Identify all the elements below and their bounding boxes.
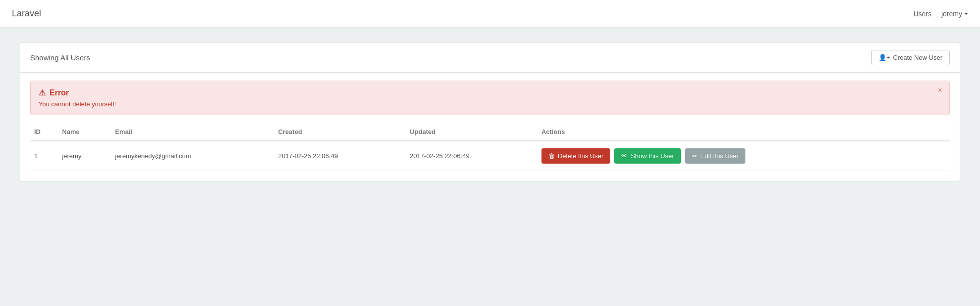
cell-email: jeremykenedy@gmail.com: [111, 141, 274, 171]
cell-created: 2017-02-25 22:06:49: [274, 141, 406, 171]
delete-label: Delete this User: [558, 152, 603, 160]
eye-icon: 👁: [621, 152, 628, 160]
show-label: Show this User: [631, 152, 674, 160]
navbar: Laravel Users jeremy: [0, 0, 980, 28]
table-row: 1 jeremy jeremykenedy@gmail.com 2017-02-…: [30, 141, 950, 171]
alert-message: You cannot delete yourself!: [39, 100, 941, 108]
table-body: 1 jeremy jeremykenedy@gmail.com 2017-02-…: [30, 141, 950, 171]
chevron-down-icon: [964, 13, 968, 15]
col-created: Created: [274, 123, 406, 141]
cell-updated: 2017-02-25 22:06:49: [406, 141, 538, 171]
trash-icon: 🗑: [548, 152, 555, 160]
navbar-brand[interactable]: Laravel: [12, 8, 41, 19]
alert-title: ⚠ Error: [39, 88, 941, 97]
col-updated: Updated: [406, 123, 538, 141]
edit-label: Edit this User: [700, 152, 738, 160]
user-plus-icon: 👤+: [879, 54, 890, 61]
users-table: ID Name Email Created Updated Actions 1 …: [30, 123, 950, 171]
col-name: Name: [58, 123, 111, 141]
nav-user-dropdown[interactable]: jeremy: [941, 10, 968, 18]
pencil-icon: ✏: [692, 152, 697, 160]
create-new-user-button[interactable]: 👤+ Create New User: [871, 50, 950, 65]
delete-user-button[interactable]: 🗑 Delete this User: [541, 148, 610, 164]
main-content: Showing All Users 👤+ Create New User ⚠ E…: [0, 28, 980, 206]
navbar-right: Users jeremy: [913, 10, 968, 18]
col-actions: Actions: [538, 123, 950, 141]
table-header-row: ID Name Email Created Updated Actions: [30, 123, 950, 141]
alert-title-text: Error: [49, 88, 69, 97]
create-button-label: Create New User: [893, 54, 942, 61]
show-user-button[interactable]: 👁 Show this User: [614, 148, 681, 164]
warning-icon: ⚠: [39, 88, 46, 97]
nav-username: jeremy: [941, 10, 962, 18]
table-head: ID Name Email Created Updated Actions: [30, 123, 950, 141]
col-email: Email: [111, 123, 274, 141]
nav-link-users[interactable]: Users: [913, 10, 931, 18]
cell-actions: 🗑 Delete this User 👁 Show this User ✏ Ed: [538, 141, 950, 171]
actions-group: 🗑 Delete this User 👁 Show this User ✏ Ed: [541, 148, 946, 164]
alert-close-button[interactable]: ×: [938, 86, 942, 95]
cell-id: 1: [30, 141, 58, 171]
error-alert: ⚠ Error You cannot delete yourself! ×: [30, 81, 950, 115]
users-card: Showing All Users 👤+ Create New User ⚠ E…: [20, 43, 960, 181]
col-id: ID: [30, 123, 58, 141]
table-wrapper: ID Name Email Created Updated Actions 1 …: [20, 123, 960, 181]
cell-name: jeremy: [58, 141, 111, 171]
card-header: Showing All Users 👤+ Create New User: [20, 43, 960, 73]
card-title: Showing All Users: [30, 53, 90, 62]
edit-user-button[interactable]: ✏ Edit this User: [685, 148, 745, 164]
